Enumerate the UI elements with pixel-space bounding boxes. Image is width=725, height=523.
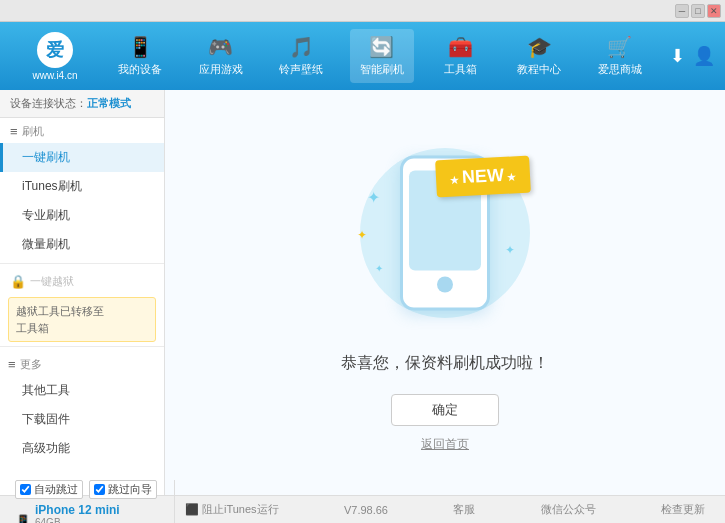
nav-toolbox-label: 工具箱	[444, 62, 477, 77]
nav-tutorial-label: 教程中心	[517, 62, 561, 77]
flash-section-label: 刷机	[22, 124, 44, 139]
bottom-content-section: ⬛ 阻止iTunes运行 V7.98.66 客服 微信公众号 检查更新	[175, 502, 715, 517]
device-storage: 64GB	[35, 517, 120, 523]
lock-icon: 🔒	[10, 274, 26, 289]
status-value: 正常模式	[87, 96, 131, 111]
skip-guide-label: 跳过向导	[108, 482, 152, 497]
auto-jump-checkbox[interactable]: 自动跳过	[15, 480, 83, 499]
sidebar: 设备连接状态： 正常模式 ≡ 刷机 一键刷机 iTunes刷机 专业刷机 微量刷…	[0, 90, 165, 495]
jailbreak-section-label: 一键越狱	[30, 274, 74, 289]
toolbox-icon: 🧰	[448, 35, 473, 59]
itunes-status-text: 阻止iTunes运行	[202, 502, 279, 517]
sidebar-item-one-key-flash[interactable]: 一键刷机	[0, 143, 164, 172]
main: 设备连接状态： 正常模式 ≡ 刷机 一键刷机 iTunes刷机 专业刷机 微量刷…	[0, 90, 725, 495]
sidebar-item-advanced[interactable]: 高级功能	[0, 434, 164, 463]
customer-service-link[interactable]: 客服	[453, 502, 475, 517]
auto-jump-input[interactable]	[20, 484, 31, 495]
tutorial-icon: 🎓	[527, 35, 552, 59]
sparkle-2: ✦	[357, 228, 367, 242]
nav-ringtones[interactable]: 🎵 铃声壁纸	[269, 29, 333, 83]
divider-1	[0, 263, 164, 264]
sparkle-1: ✦	[367, 188, 380, 207]
wechat-official-link[interactable]: 微信公众号	[541, 502, 596, 517]
warning-text: 越狱工具已转移至工具箱	[16, 305, 104, 334]
logo-area[interactable]: 爱 www.i4.cn	[10, 32, 100, 81]
sidebar-item-pro-flash[interactable]: 专业刷机	[0, 201, 164, 230]
skip-guide-input[interactable]	[94, 484, 105, 495]
logo-icon: 爱	[37, 32, 73, 68]
bottom-bar: 自动跳过 跳过向导 📱 iPhone 12 mini 64GB Down-12m…	[0, 495, 725, 523]
more-section-label: 更多	[20, 357, 42, 372]
bottom-device-section: 自动跳过 跳过向导 📱 iPhone 12 mini 64GB Down-12m…	[10, 480, 175, 523]
flash-section-icon: ≡	[10, 124, 18, 139]
device-name: iPhone 12 mini	[35, 503, 120, 517]
success-illustration: NEW ✦ ✦ ✦ ✦	[345, 133, 545, 333]
flash-nav-icon: 🔄	[369, 35, 394, 59]
return-link[interactable]: 返回首页	[421, 436, 469, 453]
nav-toolbox[interactable]: 🧰 工具箱	[431, 29, 491, 83]
nav-items: 📱 我的设备 🎮 应用游戏 🎵 铃声壁纸 🔄 智能刷机 🧰 工具箱 🎓 教程中心…	[100, 29, 660, 83]
more-section-header: ≡ 更多	[0, 351, 164, 376]
success-title: 恭喜您，保资料刷机成功啦！	[341, 353, 549, 374]
nav-store-label: 爱思商城	[598, 62, 642, 77]
logo-text: www.i4.cn	[32, 70, 77, 81]
sidebar-item-download-firmware[interactable]: 下载固件	[0, 405, 164, 434]
maximize-button[interactable]: □	[691, 4, 705, 18]
header: 爱 www.i4.cn 📱 我的设备 🎮 应用游戏 🎵 铃声壁纸 🔄 智能刷机 …	[0, 22, 725, 90]
content-area: NEW ✦ ✦ ✦ ✦ 恭喜您，保资料刷机成功啦！ 确定 返回首页	[165, 90, 725, 495]
sidebar-item-dfu-flash[interactable]: 微量刷机	[0, 230, 164, 259]
sparkle-3: ✦	[375, 263, 383, 274]
itunes-status: ⬛ 阻止iTunes运行	[185, 502, 279, 517]
more-section-icon: ≡	[8, 357, 16, 372]
nav-smart-flash[interactable]: 🔄 智能刷机	[350, 29, 414, 83]
header-right: ⬇ 👤	[670, 45, 715, 67]
download-button[interactable]: ⬇	[670, 45, 685, 67]
device-icon: 📱	[128, 35, 153, 59]
sidebar-item-other-tools[interactable]: 其他工具	[0, 376, 164, 405]
minimize-button[interactable]: ─	[675, 4, 689, 18]
user-button[interactable]: 👤	[693, 45, 715, 67]
ringtone-icon: 🎵	[289, 35, 314, 59]
nav-ringtones-label: 铃声壁纸	[279, 62, 323, 77]
nav-my-device[interactable]: 📱 我的设备	[108, 29, 172, 83]
nav-store[interactable]: 🛒 爱思商城	[588, 29, 652, 83]
phone-home-btn	[437, 276, 453, 292]
check-update-link[interactable]: 检查更新	[661, 502, 705, 517]
close-button[interactable]: ✕	[707, 4, 721, 18]
device-phone-icon: 📱	[15, 514, 31, 524]
skip-guide-checkbox[interactable]: 跳过向导	[89, 480, 157, 499]
jailbreak-warning: 越狱工具已转移至工具箱	[8, 297, 156, 342]
nav-smart-flash-label: 智能刷机	[360, 62, 404, 77]
nav-my-device-label: 我的设备	[118, 62, 162, 77]
sparkle-4: ✦	[505, 243, 515, 257]
itunes-icon: ⬛	[185, 503, 199, 516]
sidebar-item-itunes-flash[interactable]: iTunes刷机	[0, 172, 164, 201]
divider-2	[0, 346, 164, 347]
flash-section-header: ≡ 刷机	[0, 118, 164, 143]
status-label: 设备连接状态：	[10, 96, 87, 111]
nav-app-games[interactable]: 🎮 应用游戏	[189, 29, 253, 83]
device-status-bar: 设备连接状态： 正常模式	[0, 90, 164, 118]
new-badge: NEW	[435, 155, 531, 197]
auto-jump-label: 自动跳过	[34, 482, 78, 497]
nav-app-games-label: 应用游戏	[199, 62, 243, 77]
app-icon: 🎮	[208, 35, 233, 59]
jailbreak-section-header: 🔒 一键越狱	[0, 268, 164, 293]
nav-tutorial[interactable]: 🎓 教程中心	[507, 29, 571, 83]
title-bar: ─ □ ✕	[0, 0, 725, 22]
confirm-button[interactable]: 确定	[391, 394, 499, 426]
store-icon: 🛒	[607, 35, 632, 59]
version-text: V7.98.66	[344, 504, 388, 516]
